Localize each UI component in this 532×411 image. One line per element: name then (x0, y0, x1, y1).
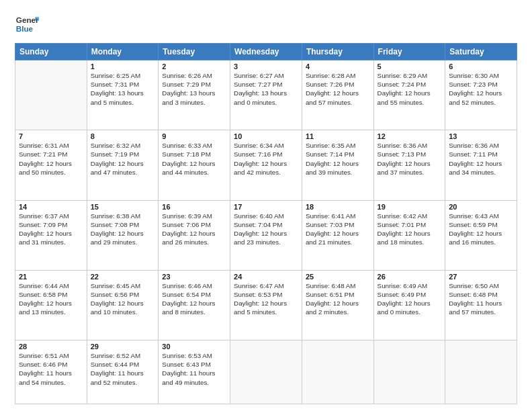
day-content: Sunrise: 6:30 AM Sunset: 7:23 PM Dayligh… (449, 71, 513, 107)
svg-text:Blue: Blue (16, 24, 34, 33)
weekday-header-saturday: Saturday (445, 44, 517, 60)
day-content: Sunrise: 6:37 AM Sunset: 7:09 PM Dayligh… (19, 212, 83, 247)
day-content: Sunrise: 6:33 AM Sunset: 7:18 PM Dayligh… (162, 141, 226, 177)
day-content: Sunrise: 6:40 AM Sunset: 7:04 PM Dayligh… (234, 212, 298, 247)
calendar-cell: 24Sunrise: 6:47 AM Sunset: 6:53 PM Dayli… (230, 270, 302, 340)
day-number: 22 (91, 273, 155, 281)
calendar-cell: 18Sunrise: 6:41 AM Sunset: 7:03 PM Dayli… (302, 200, 373, 270)
calendar-cell: 14Sunrise: 6:37 AM Sunset: 7:09 PM Dayli… (15, 200, 87, 270)
calendar-cell: 11Sunrise: 6:35 AM Sunset: 7:14 PM Dayli… (302, 130, 373, 200)
calendar-cell: 3Sunrise: 6:27 AM Sunset: 7:27 PM Daylig… (230, 60, 302, 130)
calendar-week-row: 28Sunrise: 6:51 AM Sunset: 6:46 PM Dayli… (15, 340, 517, 404)
calendar-cell: 2Sunrise: 6:26 AM Sunset: 7:29 PM Daylig… (159, 60, 230, 130)
day-content: Sunrise: 6:49 AM Sunset: 6:49 PM Dayligh… (378, 281, 442, 317)
calendar-cell: 9Sunrise: 6:33 AM Sunset: 7:18 PM Daylig… (159, 130, 230, 200)
logo-icon: General Blue (15, 12, 39, 36)
day-number: 24 (234, 273, 298, 281)
day-number: 5 (378, 62, 442, 71)
calendar-cell: 27Sunrise: 6:50 AM Sunset: 6:48 PM Dayli… (445, 270, 517, 340)
calendar-cell: 25Sunrise: 6:48 AM Sunset: 6:51 PM Dayli… (302, 270, 373, 340)
day-number: 13 (449, 132, 513, 140)
calendar-cell: 13Sunrise: 6:36 AM Sunset: 7:11 PM Dayli… (445, 130, 517, 200)
day-number: 23 (162, 273, 226, 281)
calendar-cell: 12Sunrise: 6:36 AM Sunset: 7:13 PM Dayli… (373, 130, 445, 200)
day-content: Sunrise: 6:51 AM Sunset: 6:46 PM Dayligh… (19, 351, 83, 387)
calendar-week-row: 14Sunrise: 6:37 AM Sunset: 7:09 PM Dayli… (15, 200, 517, 270)
day-number: 9 (162, 132, 226, 140)
calendar-table: SundayMondayTuesdayWednesdayThursdayFrid… (15, 43, 517, 404)
calendar-cell: 21Sunrise: 6:44 AM Sunset: 6:58 PM Dayli… (15, 270, 87, 340)
day-number: 19 (378, 203, 442, 211)
day-content: Sunrise: 6:52 AM Sunset: 6:44 PM Dayligh… (91, 351, 155, 387)
day-content: Sunrise: 6:36 AM Sunset: 7:13 PM Dayligh… (378, 141, 442, 177)
day-number: 29 (91, 342, 155, 351)
calendar-cell (445, 340, 517, 404)
day-number: 16 (162, 203, 226, 211)
day-number: 15 (91, 203, 155, 211)
day-number: 1 (91, 62, 155, 71)
day-content: Sunrise: 6:48 AM Sunset: 6:51 PM Dayligh… (306, 281, 370, 317)
header: General Blue (15, 12, 517, 36)
day-content: Sunrise: 6:34 AM Sunset: 7:16 PM Dayligh… (234, 141, 298, 177)
calendar-cell (373, 340, 445, 404)
day-number: 14 (19, 203, 83, 211)
weekday-header-wednesday: Wednesday (230, 44, 302, 60)
day-content: Sunrise: 6:46 AM Sunset: 6:54 PM Dayligh… (162, 281, 226, 317)
day-content: Sunrise: 6:32 AM Sunset: 7:19 PM Dayligh… (91, 141, 155, 177)
calendar-cell: 22Sunrise: 6:45 AM Sunset: 6:56 PM Dayli… (87, 270, 159, 340)
calendar-cell: 7Sunrise: 6:31 AM Sunset: 7:21 PM Daylig… (15, 130, 87, 200)
day-number: 10 (234, 132, 298, 140)
day-content: Sunrise: 6:47 AM Sunset: 6:53 PM Dayligh… (234, 281, 298, 317)
day-number: 2 (162, 62, 226, 71)
day-number: 25 (306, 273, 370, 281)
calendar-cell: 26Sunrise: 6:49 AM Sunset: 6:49 PM Dayli… (373, 270, 445, 340)
calendar-cell: 20Sunrise: 6:43 AM Sunset: 6:59 PM Dayli… (445, 200, 517, 270)
day-content: Sunrise: 6:28 AM Sunset: 7:26 PM Dayligh… (306, 71, 370, 107)
day-content: Sunrise: 6:44 AM Sunset: 6:58 PM Dayligh… (19, 281, 83, 317)
day-content: Sunrise: 6:43 AM Sunset: 6:59 PM Dayligh… (449, 212, 513, 247)
calendar-cell: 16Sunrise: 6:39 AM Sunset: 7:06 PM Dayli… (159, 200, 230, 270)
calendar-cell: 29Sunrise: 6:52 AM Sunset: 6:44 PM Dayli… (87, 340, 159, 404)
day-number: 18 (306, 203, 370, 211)
calendar-cell: 19Sunrise: 6:42 AM Sunset: 7:01 PM Dayli… (373, 200, 445, 270)
day-number: 7 (19, 132, 83, 140)
calendar-cell (15, 60, 87, 130)
day-number: 28 (19, 342, 83, 351)
day-number: 26 (378, 273, 442, 281)
calendar-cell (230, 340, 302, 404)
page: General Blue SundayMondayTuesdayWednesda… (0, 0, 532, 411)
day-number: 6 (449, 62, 513, 71)
day-number: 3 (234, 62, 298, 71)
logo: General Blue (15, 12, 39, 36)
day-content: Sunrise: 6:45 AM Sunset: 6:56 PM Dayligh… (91, 281, 155, 317)
day-content: Sunrise: 6:38 AM Sunset: 7:08 PM Dayligh… (91, 212, 155, 247)
calendar-week-row: 21Sunrise: 6:44 AM Sunset: 6:58 PM Dayli… (15, 270, 517, 340)
day-number: 20 (449, 203, 513, 211)
weekday-header-friday: Friday (373, 44, 445, 60)
day-content: Sunrise: 6:35 AM Sunset: 7:14 PM Dayligh… (306, 141, 370, 177)
calendar-cell: 1Sunrise: 6:25 AM Sunset: 7:31 PM Daylig… (87, 60, 159, 130)
day-content: Sunrise: 6:42 AM Sunset: 7:01 PM Dayligh… (378, 212, 442, 247)
day-number: 21 (19, 273, 83, 281)
weekday-header-thursday: Thursday (302, 44, 373, 60)
calendar-cell: 6Sunrise: 6:30 AM Sunset: 7:23 PM Daylig… (445, 60, 517, 130)
day-number: 4 (306, 62, 370, 71)
day-content: Sunrise: 6:27 AM Sunset: 7:27 PM Dayligh… (234, 71, 298, 107)
day-number: 11 (306, 132, 370, 140)
day-content: Sunrise: 6:39 AM Sunset: 7:06 PM Dayligh… (162, 212, 226, 247)
day-content: Sunrise: 6:25 AM Sunset: 7:31 PM Dayligh… (91, 71, 155, 107)
calendar-cell: 10Sunrise: 6:34 AM Sunset: 7:16 PM Dayli… (230, 130, 302, 200)
calendar-cell: 15Sunrise: 6:38 AM Sunset: 7:08 PM Dayli… (87, 200, 159, 270)
day-number: 8 (91, 132, 155, 140)
day-number: 30 (162, 342, 226, 351)
calendar-cell: 28Sunrise: 6:51 AM Sunset: 6:46 PM Dayli… (15, 340, 87, 404)
calendar-cell: 8Sunrise: 6:32 AM Sunset: 7:19 PM Daylig… (87, 130, 159, 200)
day-content: Sunrise: 6:41 AM Sunset: 7:03 PM Dayligh… (306, 212, 370, 247)
weekday-header-monday: Monday (87, 44, 159, 60)
calendar-cell: 17Sunrise: 6:40 AM Sunset: 7:04 PM Dayli… (230, 200, 302, 270)
calendar-cell (302, 340, 373, 404)
day-number: 27 (449, 273, 513, 281)
weekday-header-tuesday: Tuesday (159, 44, 230, 60)
calendar-cell: 23Sunrise: 6:46 AM Sunset: 6:54 PM Dayli… (159, 270, 230, 340)
day-content: Sunrise: 6:29 AM Sunset: 7:24 PM Dayligh… (378, 71, 442, 107)
